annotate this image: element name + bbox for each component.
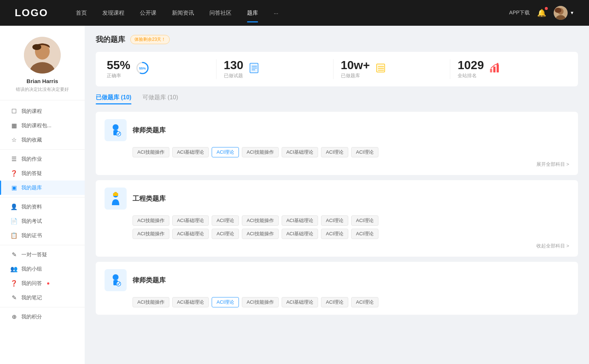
sidebar-item-my-courses[interactable]: ☐ 我的课程 — [0, 104, 85, 118]
tag-2-13[interactable]: ACI理论 — [351, 229, 378, 239]
expand-btn-1[interactable]: 展开全部科目 > — [536, 161, 569, 168]
tag-2-8[interactable]: ACI基础理论 — [172, 229, 209, 239]
sidebar-item-qa[interactable]: ❓ 我的答疑 — [0, 166, 85, 181]
bank-card-header-2: 工程类题库 — [105, 188, 569, 210]
bank-footer-1: 展开全部科目 > — [105, 157, 569, 168]
nav-more[interactable]: ··· — [268, 7, 284, 19]
sidebar-item-groups[interactable]: 👥 我的小组 — [0, 262, 85, 276]
done-questions-label: 已做试题 — [224, 72, 243, 79]
tag-2-3[interactable]: ACI技能操作 — [242, 215, 279, 226]
notification-bell[interactable]: 🔔 — [537, 8, 546, 17]
bank-icon-engineer — [105, 188, 127, 210]
sidebar-item-one-on-one[interactable]: ✎ 一对一答疑 — [0, 247, 85, 262]
tag-3-4[interactable]: ACI基础理论 — [282, 297, 318, 307]
sidebar: Brian Harris 错误的决定比没有决定要好 ☐ 我的课程 ▦ 我的课程包… — [0, 26, 85, 364]
nav-qa[interactable]: 问答社区 — [204, 7, 237, 19]
bank-tags-2-row1: ACI技能操作 ACI基础理论 ACI理论 ACI技能操作 ACI基础理论 AC… — [105, 215, 569, 226]
sidebar-item-my-qa[interactable]: ❓ 我的问答 — [0, 276, 85, 290]
logo[interactable]: LOGO — [15, 7, 48, 19]
profile-motto: 错误的决定比没有决定要好 — [7, 86, 77, 93]
bank-card-lawyer-2: 律师类题库 ACI技能操作 ACI基础理论 ACI理论 ACI技能操作 ACI基… — [96, 262, 578, 315]
nav-news[interactable]: 新闻资讯 — [166, 7, 200, 19]
courses-icon: ☐ — [10, 108, 18, 115]
sidebar-item-notes[interactable]: ✎ 我的笔记 — [0, 290, 85, 305]
done-banks-label: 已做题库 — [341, 72, 370, 79]
tag-3-0[interactable]: ACI技能操作 — [133, 297, 169, 307]
tag-2-7[interactable]: ACI技能操作 — [133, 229, 169, 239]
notification-badge — [545, 7, 548, 10]
tab-available-banks[interactable]: 可做题库 (10) — [142, 94, 178, 104]
sidebar-item-exam[interactable]: 📄 我的考试 — [0, 214, 85, 228]
tag-1-0[interactable]: ACI技能操作 — [133, 147, 169, 157]
sidebar-item-homework[interactable]: ☰ 我的作业 — [0, 152, 85, 166]
svg-point-3 — [555, 8, 561, 13]
tag-3-3[interactable]: ACI技能操作 — [242, 297, 279, 307]
nav-home[interactable]: 首页 — [70, 7, 93, 19]
tag-1-4[interactable]: ACI基础理论 — [282, 147, 318, 157]
nav-menu: 首页 发现课程 公开课 新闻资讯 问答社区 题库 ··· — [70, 7, 509, 19]
svg-point-7 — [32, 44, 41, 50]
groups-icon: 👥 — [10, 265, 18, 272]
tag-2-0[interactable]: ACI技能操作 — [133, 215, 169, 226]
tag-3-1[interactable]: ACI基础理论 — [172, 297, 209, 307]
divider-1 — [0, 149, 85, 150]
page-title: 我的题库 — [96, 35, 125, 44]
profile-avatar — [24, 37, 61, 74]
sidebar-item-question-bank[interactable]: ▣ 我的题库 — [0, 181, 85, 195]
nav-discover[interactable]: 发现课程 — [96, 7, 130, 19]
accuracy-icon: 55% — [135, 61, 149, 78]
tag-1-1[interactable]: ACI基础理论 — [172, 147, 209, 157]
done-banks-number: 10w+ — [341, 59, 370, 71]
bank-tags-2-row2: ACI技能操作 ACI基础理论 ACI理论 ACI技能操作 ACI基础理论 AC… — [105, 229, 569, 239]
notes-icon: ✎ — [10, 294, 18, 301]
tag-2-11[interactable]: ACI基础理论 — [282, 229, 318, 239]
divider-4 — [0, 307, 85, 307]
tag-1-6[interactable]: ACI理论 — [351, 147, 378, 157]
content-area: 我的题库 体验剩余23天！ 55% 正确率 55% — [85, 26, 589, 364]
collapse-btn-2[interactable]: 收起全部科目 > — [536, 243, 569, 249]
bank-card-header-3: 律师类题库 — [105, 269, 569, 291]
bank-name-1: 律师类题库 — [133, 126, 166, 135]
tag-1-2[interactable]: ACI理论 — [212, 147, 239, 157]
sidebar-menu: ☐ 我的课程 ▦ 我的课程包... ☆ 我的收藏 ☰ 我的作业 ❓ 我的答疑 ▣ — [0, 100, 85, 328]
tag-2-9[interactable]: ACI理论 — [212, 229, 239, 239]
tag-2-10[interactable]: ACI技能操作 — [242, 229, 279, 239]
ranking-icon — [489, 62, 501, 76]
tag-2-12[interactable]: ACI理论 — [321, 229, 348, 239]
nav-opencourse[interactable]: 公开课 — [134, 7, 162, 19]
stat-ranking: 1029 全站排名 — [450, 59, 567, 79]
svg-text:55%: 55% — [139, 67, 146, 70]
sidebar-item-favorites[interactable]: ☆ 我的收藏 — [0, 133, 85, 147]
ranking-number: 1029 — [458, 59, 484, 71]
tag-2-2[interactable]: ACI理论 — [212, 215, 239, 226]
tag-2-5[interactable]: ACI理论 — [321, 215, 348, 226]
tag-3-5[interactable]: ACI理论 — [321, 297, 348, 307]
tag-1-3[interactable]: ACI技能操作 — [242, 147, 279, 157]
app-download-btn[interactable]: APP下载 — [509, 10, 530, 16]
divider-2 — [0, 197, 85, 197]
page-header: 我的题库 体验剩余23天！ — [96, 35, 578, 44]
divider-3 — [0, 245, 85, 245]
profile-name: Brian Harris — [7, 78, 77, 84]
homework-icon: ☰ — [10, 156, 18, 163]
sidebar-item-course-packages[interactable]: ▦ 我的课程包... — [0, 118, 85, 133]
svg-rect-15 — [377, 64, 385, 72]
svg-rect-20 — [493, 67, 495, 72]
my-qa-icon: ❓ — [10, 280, 18, 287]
stat-accuracy: 55% 正确率 55% — [107, 59, 216, 79]
sidebar-item-certificate[interactable]: 📋 我的证书 — [0, 228, 85, 243]
tag-3-2[interactable]: ACI理论 — [212, 297, 239, 307]
tag-2-6[interactable]: ACI理论 — [351, 215, 378, 226]
tag-3-6[interactable]: ACI理论 — [351, 297, 378, 307]
favorites-icon: ☆ — [10, 136, 18, 143]
certificate-icon: 📋 — [10, 232, 18, 239]
tag-2-4[interactable]: ACI基础理论 — [282, 215, 318, 226]
sidebar-item-profile[interactable]: 👤 我的资料 — [0, 200, 85, 214]
sidebar-item-points[interactable]: ⊕ 我的积分 — [0, 310, 85, 324]
user-avatar-area[interactable]: ▼ — [554, 6, 574, 20]
nav-question-bank[interactable]: 题库 — [241, 7, 264, 19]
tag-2-1[interactable]: ACI基础理论 — [172, 215, 209, 226]
tab-done-banks[interactable]: 已做题库 (10) — [96, 94, 131, 104]
tag-1-5[interactable]: ACI理论 — [321, 147, 348, 157]
svg-point-22 — [497, 63, 498, 64]
